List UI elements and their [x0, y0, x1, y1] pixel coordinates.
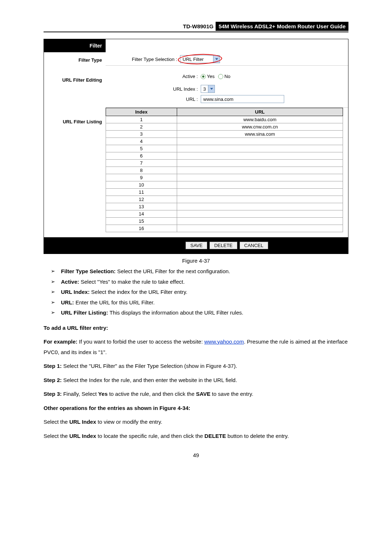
sidebar-url-filter-listing: URL Filter Listing	[44, 84, 106, 126]
radio-icon	[218, 74, 223, 79]
active-yes-label: Yes	[207, 74, 215, 79]
table-cell-url	[177, 167, 343, 174]
step-line: Step 2: Select the Index for the rule, a…	[44, 375, 348, 386]
table-cell-url	[177, 174, 343, 181]
active-no-label: No	[224, 74, 230, 79]
other-2c: to locate the specific rule, and then cl…	[96, 433, 205, 439]
example-paragraph: For example: If you want to forbid the u…	[44, 337, 348, 357]
table-cell-index: 8	[106, 167, 177, 174]
filter-type-value: URL Filter	[180, 56, 213, 63]
url-index-select[interactable]: 3	[201, 85, 215, 93]
table-cell-index: 13	[106, 203, 177, 210]
table-cell-index: 7	[106, 160, 177, 167]
table-cell-url	[177, 138, 343, 145]
bullet-term: URL:	[61, 299, 74, 305]
table-row: 7	[106, 160, 343, 167]
other-1a: Select the	[44, 419, 69, 425]
step-text: Select the Index for the rule, and then …	[62, 377, 237, 383]
filter-type-label: Filter Type Selection :	[106, 57, 180, 62]
table-row: 5	[106, 145, 343, 152]
doc-title: 54M Wireless ADSL2+ Modem Router User Gu…	[216, 22, 348, 31]
bullet-text: Enter the URL for this URL Filter.	[74, 299, 155, 305]
table-cell-index: 5	[106, 145, 177, 152]
bullet-text: Select the URL Filter for the next confi…	[116, 268, 230, 274]
doc-header: TD-W8901G 54M Wireless ADSL2+ Modem Rout…	[44, 22, 348, 31]
page-number: 49	[44, 452, 348, 458]
table-row: 14	[106, 210, 343, 218]
table-cell-url: www.sina.com	[177, 131, 343, 138]
table-cell-url	[177, 152, 343, 160]
example-link[interactable]: www.yahoo.com	[204, 338, 244, 345]
other-2e: button to delete the entry.	[226, 433, 289, 439]
active-yes-radio[interactable]: Yes	[201, 74, 215, 79]
table-cell-index: 3	[106, 131, 177, 138]
table-cell-index: 11	[106, 189, 177, 196]
step-3-yes: Yes	[98, 391, 108, 397]
section-add-title: To add a URL filter entry:	[44, 323, 348, 333]
panel-content: Filter Type Selection : URL Filter Activ…	[106, 39, 348, 254]
step-label: Step 2:	[44, 377, 62, 383]
table-row: 11	[106, 189, 343, 196]
filter-type-select[interactable]: URL Filter	[180, 55, 220, 63]
table-cell-url: www.cnw.com.cn	[177, 123, 343, 131]
url-index-value: 3	[201, 85, 208, 93]
table-row: 3www.sina.com	[106, 131, 343, 138]
save-button[interactable]: SAVE	[185, 242, 207, 249]
table-cell-url	[177, 189, 343, 196]
other-1c: to view or modify the entry.	[96, 419, 162, 425]
table-cell-url	[177, 196, 343, 203]
table-cell-url	[177, 218, 343, 225]
table-row: 12	[106, 196, 343, 203]
table-cell-url	[177, 203, 343, 210]
url-input-value: www.sina.com	[203, 97, 233, 102]
table-cell-index: 4	[106, 138, 177, 145]
figure-caption: Figure 4-37	[44, 258, 348, 264]
bullet-item: URL: Enter the URL for this URL Filter.	[51, 299, 348, 307]
table-cell-index: 2	[106, 123, 177, 131]
filter-panel: Filter Filter Type URL Filter Editing UR…	[44, 39, 348, 254]
url-filter-table: Index URL 1www.baidu.com2www.cnw.com.cn3…	[106, 108, 343, 232]
delete-button[interactable]: DELETE	[209, 242, 237, 249]
panel-sidebar: Filter Filter Type URL Filter Editing UR…	[44, 39, 106, 254]
table-cell-index: 12	[106, 196, 177, 203]
cancel-button[interactable]: CANCEL	[240, 242, 268, 249]
url-input[interactable]: www.sina.com	[201, 95, 284, 103]
table-cell-url	[177, 160, 343, 167]
table-cell-url	[177, 225, 343, 232]
doc-model: TD-W8901G	[181, 22, 216, 31]
table-cell-index: 1	[106, 116, 177, 123]
radio-selected-icon	[201, 74, 206, 79]
header-rule	[44, 32, 348, 32]
table-cell-index: 16	[106, 225, 177, 232]
table-head-url: URL	[177, 108, 343, 116]
table-head-index: Index	[106, 108, 177, 116]
bullet-term: URL Filter Listing:	[61, 309, 108, 316]
active-no-radio[interactable]: No	[218, 74, 230, 79]
sidebar-filter-type: Filter Type	[44, 52, 106, 64]
active-label: Active :	[106, 74, 201, 79]
url-field-label: URL :	[106, 97, 201, 102]
example-prefix: For example:	[44, 338, 77, 345]
other-2a: Select the	[44, 433, 69, 439]
step-3: Step 3: Finally, Select Yes to active th…	[44, 389, 348, 399]
other-1b: URL Index	[69, 419, 96, 425]
bullet-item: Filter Type Selection: Select the URL Fi…	[51, 267, 348, 276]
table-cell-index: 15	[106, 218, 177, 225]
step-3-t2: to active the rule, and then click the	[107, 391, 196, 397]
other-2b: URL Index	[69, 433, 96, 439]
table-cell-url	[177, 145, 343, 152]
table-row: 15	[106, 218, 343, 225]
other-2d: DELETE	[204, 433, 226, 439]
table-row: 2www.cnw.com.cn	[106, 123, 343, 131]
step-label: Step 1:	[44, 363, 62, 369]
step-text: Select the "URL Filter" as the Filer Typ…	[62, 363, 237, 369]
table-row: 16	[106, 225, 343, 232]
other-line-2: Select the URL Index to locate the speci…	[44, 431, 348, 442]
chevron-down-icon	[213, 56, 220, 63]
table-row: 6	[106, 152, 343, 160]
bullet-item: URL Filter Listing: This displays the in…	[51, 309, 348, 317]
step-3-label: Step 3:	[44, 391, 62, 397]
bullet-item: Active: Select "Yes" to make the rule to…	[51, 278, 348, 286]
sidebar-url-filter-editing: URL Filter Editing	[44, 64, 106, 84]
table-row: 13	[106, 203, 343, 210]
